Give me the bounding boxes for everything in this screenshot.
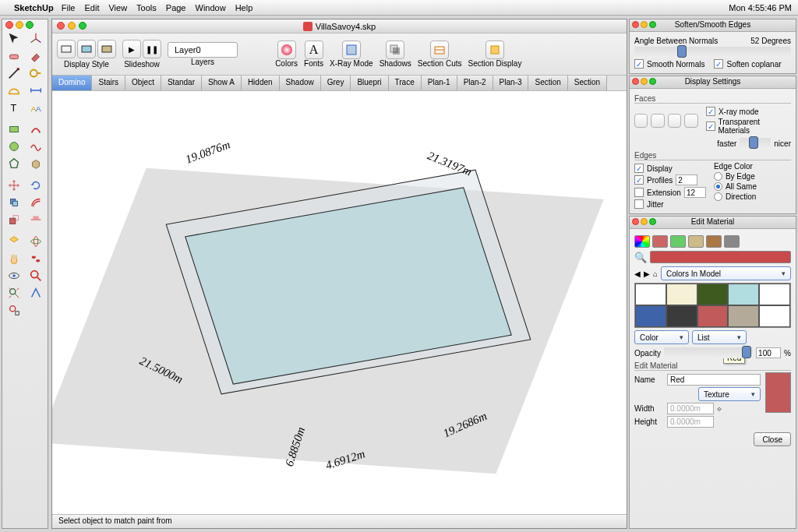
scene-tab[interactable]: Show A <box>202 76 242 90</box>
palette-window-controls[interactable] <box>5 21 34 29</box>
menu-tools[interactable]: Tools <box>136 3 157 12</box>
color-swatch[interactable] <box>666 284 697 305</box>
nav-back-icon[interactable]: ◀ <box>634 270 641 278</box>
menu-edit[interactable]: Edit <box>84 3 99 12</box>
3dtext-tool[interactable]: AA <box>25 99 47 116</box>
eyedropper-icon[interactable] <box>724 235 740 248</box>
section-tool[interactable] <box>3 233 25 250</box>
color-swatch[interactable] <box>728 305 759 327</box>
arc-tool[interactable] <box>25 121 47 138</box>
freehand-tool[interactable] <box>25 138 47 155</box>
menu-window[interactable]: Window <box>196 3 226 12</box>
smooth-normals-checkbox[interactable] <box>634 59 644 69</box>
scene-tab[interactable]: Domino <box>52 76 92 90</box>
layer-select[interactable] <box>168 42 238 58</box>
brick-icon[interactable] <box>688 235 704 248</box>
brick-icon[interactable] <box>706 235 722 248</box>
scene-tab[interactable]: Shadow <box>280 76 321 90</box>
style-textured[interactable] <box>97 40 116 58</box>
scene-tab[interactable]: Bluepri <box>351 76 388 90</box>
scene-tab[interactable]: Plan-2 <box>457 76 493 90</box>
scene-tab[interactable]: Trace <box>389 76 422 90</box>
swatch-icon[interactable] <box>652 235 668 248</box>
color-swatch-selected[interactable] <box>697 305 729 327</box>
app-name[interactable]: SketchUp <box>14 3 54 12</box>
scene-tab[interactable]: Object <box>125 76 161 90</box>
menu-help[interactable]: Help <box>235 3 253 12</box>
text-tool[interactable]: T <box>3 99 25 116</box>
home-icon[interactable]: ⌂ <box>653 270 658 278</box>
nav-fwd-icon[interactable]: ▶ <box>644 270 650 278</box>
menu-file[interactable]: File <box>62 3 76 12</box>
zoom-extents-tool[interactable] <box>3 284 25 301</box>
jitter-checkbox[interactable] <box>634 199 644 209</box>
style-shaded[interactable] <box>77 40 96 58</box>
face-mode-3[interactable] <box>668 114 681 128</box>
current-color-preview[interactable] <box>650 251 791 263</box>
walk-tool[interactable] <box>25 250 47 267</box>
texture-select[interactable]: Texture▾ <box>698 387 761 401</box>
eraser-tool[interactable] <box>3 48 25 65</box>
play-button[interactable]: ▶ <box>122 40 141 58</box>
dimension-tool[interactable] <box>25 82 47 99</box>
color-wheel-icon[interactable] <box>634 235 650 248</box>
color-swatch[interactable] <box>635 305 666 327</box>
pause-button[interactable]: ❚❚ <box>143 40 161 58</box>
color-swatch[interactable] <box>759 284 790 305</box>
select-tool[interactable] <box>3 30 25 48</box>
color-swatch[interactable] <box>759 305 790 327</box>
scene-tab[interactable]: Plan-1 <box>422 76 457 90</box>
xray-mode-checkbox[interactable] <box>706 107 715 116</box>
window-controls[interactable] <box>57 22 87 30</box>
style-wireframe[interactable] <box>57 40 76 58</box>
move-tool[interactable] <box>3 177 25 194</box>
zoom-tool[interactable] <box>25 267 47 284</box>
angle-slider[interactable] <box>634 47 791 58</box>
profiles-input[interactable] <box>676 174 697 185</box>
scene-tab[interactable]: Plan-3 <box>493 76 529 90</box>
zoom-window-tool[interactable] <box>3 301 25 319</box>
color-mode-select[interactable]: Color▾ <box>634 330 689 344</box>
colors-button[interactable] <box>277 41 296 59</box>
extension-checkbox[interactable] <box>634 188 644 197</box>
push-tool[interactable] <box>25 155 47 172</box>
shadows-button[interactable] <box>386 41 404 59</box>
position-tool[interactable] <box>25 284 47 301</box>
swatch-icon[interactable] <box>670 235 686 248</box>
section-cuts-button[interactable] <box>430 41 449 59</box>
direction-radio[interactable] <box>714 192 722 201</box>
opacity-slider[interactable] <box>664 347 753 358</box>
axes-tool[interactable] <box>25 30 47 48</box>
polygon-tool[interactable] <box>3 155 25 172</box>
soften-coplanar-checkbox[interactable] <box>714 59 723 69</box>
offset-tool[interactable] <box>25 194 47 211</box>
face-mode-2[interactable] <box>651 114 664 128</box>
extension-input[interactable] <box>684 187 706 198</box>
circle-tool[interactable] <box>3 138 25 155</box>
display-checkbox[interactable] <box>634 164 644 173</box>
tape-tool[interactable] <box>25 65 47 82</box>
list-mode-select[interactable]: List▾ <box>692 330 747 344</box>
section-display-button[interactable] <box>486 41 504 59</box>
color-swatch[interactable] <box>728 284 759 305</box>
quality-slider[interactable] <box>740 138 771 149</box>
scene-tab[interactable]: Section <box>568 76 607 90</box>
color-swatch[interactable] <box>697 284 729 305</box>
follow-tool[interactable] <box>3 194 25 211</box>
xray-button[interactable] <box>342 41 361 59</box>
profiles-checkbox[interactable] <box>634 175 644 185</box>
material-name-input[interactable] <box>667 374 761 386</box>
by-edge-radio[interactable] <box>714 172 722 181</box>
line-tool[interactable] <box>3 65 25 82</box>
pan-tool[interactable] <box>3 250 25 267</box>
color-swatch[interactable] <box>666 305 697 327</box>
menu-page[interactable]: Page <box>166 3 186 12</box>
scene-tab[interactable]: Standar <box>161 76 202 90</box>
scene-tab[interactable]: Grey <box>321 76 351 90</box>
fonts-button[interactable]: A <box>305 41 323 59</box>
transparent-checkbox[interactable] <box>706 122 715 131</box>
face-mode-1[interactable] <box>634 114 648 128</box>
scale-tool[interactable] <box>3 211 25 228</box>
lookaround-tool[interactable] <box>3 267 25 284</box>
rectangle-tool[interactable] <box>3 121 25 138</box>
